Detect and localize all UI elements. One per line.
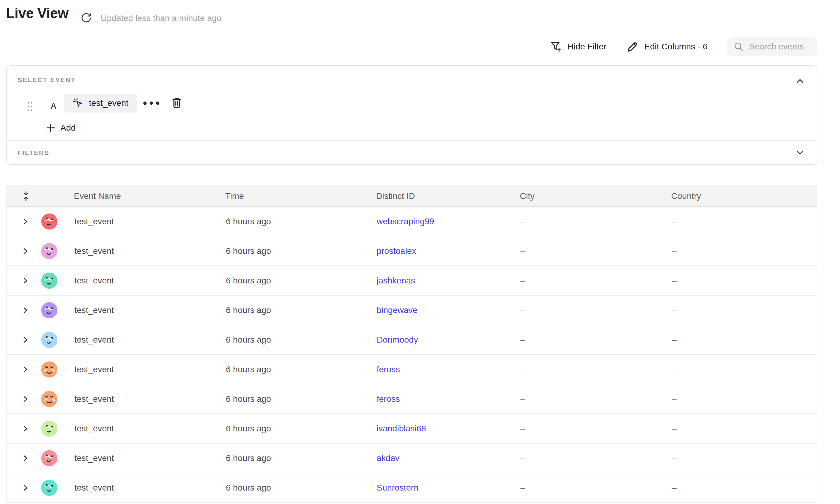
avatar xyxy=(41,243,57,259)
select-event-collapse-button[interactable] xyxy=(795,76,808,87)
table-row: test_event 6 hours ago feross – – xyxy=(7,355,817,384)
cell-city: – xyxy=(521,246,525,256)
cell-distinct-id-link[interactable]: feross xyxy=(377,394,400,404)
table-row: test_event 6 hours ago Dorimoody – – xyxy=(7,325,817,355)
column-header-event-name: Event Name xyxy=(74,191,121,201)
refresh-icon xyxy=(80,12,93,24)
row-expand-button[interactable] xyxy=(21,423,32,434)
chevron-right-icon xyxy=(21,247,32,255)
avatar xyxy=(41,450,57,466)
filter-plus-icon xyxy=(549,40,562,53)
cell-time: 6 hours ago xyxy=(226,394,271,404)
avatar xyxy=(41,272,57,289)
collapse-rows-icon xyxy=(21,191,32,201)
cell-event-name: test_event xyxy=(74,424,114,433)
row-expand-button[interactable] xyxy=(21,305,32,316)
cell-country: – xyxy=(672,424,677,433)
cell-time: 6 hours ago xyxy=(226,217,271,227)
hide-filter-button[interactable]: Hide Filter xyxy=(549,37,607,56)
chevron-right-icon xyxy=(21,336,32,344)
avatar xyxy=(41,420,57,436)
chevron-right-icon xyxy=(21,217,32,226)
table-header-row: Event Name Time Distinct ID City Country xyxy=(6,185,818,207)
chevron-right-icon xyxy=(21,395,32,403)
column-header-country: Country xyxy=(671,191,701,201)
edit-columns-button[interactable]: Edit Columns · 6 xyxy=(626,37,707,56)
cell-distinct-id-link[interactable]: prostoalex xyxy=(377,246,416,256)
cell-time: 6 hours ago xyxy=(226,305,271,315)
selected-event-label: test_event xyxy=(89,98,128,108)
search-box[interactable] xyxy=(727,37,818,56)
event-more-options-button[interactable] xyxy=(142,95,164,111)
chevron-right-icon xyxy=(21,306,32,314)
search-input[interactable] xyxy=(749,42,813,52)
chevron-right-icon xyxy=(21,425,32,433)
chevron-up-icon xyxy=(795,76,808,86)
column-header-distinct-id: Distinct ID xyxy=(376,191,415,201)
row-expand-button[interactable] xyxy=(21,246,32,256)
table-row: test_event 6 hours ago webscraping99 – – xyxy=(7,207,817,236)
cell-distinct-id-link[interactable]: Dorimoody xyxy=(377,335,418,345)
filters-expand-button[interactable] xyxy=(795,147,808,158)
trash-icon xyxy=(170,96,186,110)
row-expand-button[interactable] xyxy=(21,482,32,493)
row-expand-button[interactable] xyxy=(21,216,32,227)
cell-distinct-id-link[interactable]: Sunrostern xyxy=(377,483,419,493)
event-delete-button[interactable] xyxy=(170,95,186,111)
column-header-time: Time xyxy=(225,191,244,201)
table-row: test_event 6 hours ago Sunrostern – – xyxy=(7,473,817,503)
cell-time: 6 hours ago xyxy=(226,246,271,256)
add-event-button[interactable]: Add xyxy=(46,120,76,136)
last-updated-text: Updated less than a minute ago xyxy=(101,14,221,23)
cursor-click-icon xyxy=(73,97,84,109)
table-body: test_event 6 hours ago webscraping99 – – xyxy=(6,207,818,503)
row-expand-button[interactable] xyxy=(21,275,32,286)
cell-distinct-id-link[interactable]: ivandiblasi68 xyxy=(377,424,426,433)
cell-event-name: test_event xyxy=(74,394,114,404)
search-icon xyxy=(733,41,744,52)
avatar xyxy=(41,480,57,496)
chevron-right-icon xyxy=(21,454,32,463)
cell-event-name: test_event xyxy=(74,305,114,315)
query-builder-panel: SELECT EVENT A test_event xyxy=(6,65,818,165)
avatar xyxy=(41,302,57,318)
cell-event-name: test_event xyxy=(74,483,114,493)
cell-event-name: test_event xyxy=(74,217,114,227)
row-expand-button[interactable] xyxy=(21,364,32,375)
cell-time: 6 hours ago xyxy=(226,276,271,286)
cell-country: – xyxy=(672,246,677,256)
cell-distinct-id-link[interactable]: jashkenas xyxy=(377,276,415,286)
avatar xyxy=(41,361,57,377)
cell-country: – xyxy=(672,483,677,493)
cell-country: – xyxy=(672,305,677,315)
drag-handle-icon xyxy=(27,101,33,112)
cell-city: – xyxy=(521,424,525,433)
table-row: test_event 6 hours ago jashkenas – – xyxy=(7,266,817,295)
cell-distinct-id-link[interactable]: webscraping99 xyxy=(377,217,434,227)
table-row: test_event 6 hours ago ivandiblasi68 – – xyxy=(7,414,817,444)
collapse-rows-button[interactable] xyxy=(21,190,32,202)
refresh-button[interactable] xyxy=(80,12,93,25)
cell-event-name: test_event xyxy=(74,246,114,256)
cell-event-name: test_event xyxy=(74,364,114,374)
event-letter-label: A xyxy=(46,97,62,115)
events-table: Event Name Time Distinct ID City Country xyxy=(6,185,818,503)
filters-section-header[interactable]: FILTERS xyxy=(7,141,817,165)
cell-distinct-id-link[interactable]: feross xyxy=(377,364,400,374)
cell-country: – xyxy=(672,453,677,463)
cell-country: – xyxy=(672,394,677,404)
row-expand-button[interactable] xyxy=(21,453,32,464)
cell-time: 6 hours ago xyxy=(226,453,271,463)
cell-distinct-id-link[interactable]: bingewave xyxy=(377,305,418,315)
chevron-down-icon xyxy=(795,147,808,158)
row-expand-button[interactable] xyxy=(21,394,32,404)
selected-event-chip[interactable]: test_event xyxy=(64,94,137,112)
cell-city: – xyxy=(521,394,525,404)
avatar xyxy=(41,391,57,407)
row-expand-button[interactable] xyxy=(21,335,32,345)
more-dots-icon xyxy=(142,100,164,107)
cell-distinct-id-link[interactable]: akdav xyxy=(377,453,400,463)
drag-handle[interactable] xyxy=(24,98,36,114)
chevron-right-icon xyxy=(21,365,32,374)
table-row: test_event 6 hours ago bingewave – – xyxy=(7,295,817,325)
